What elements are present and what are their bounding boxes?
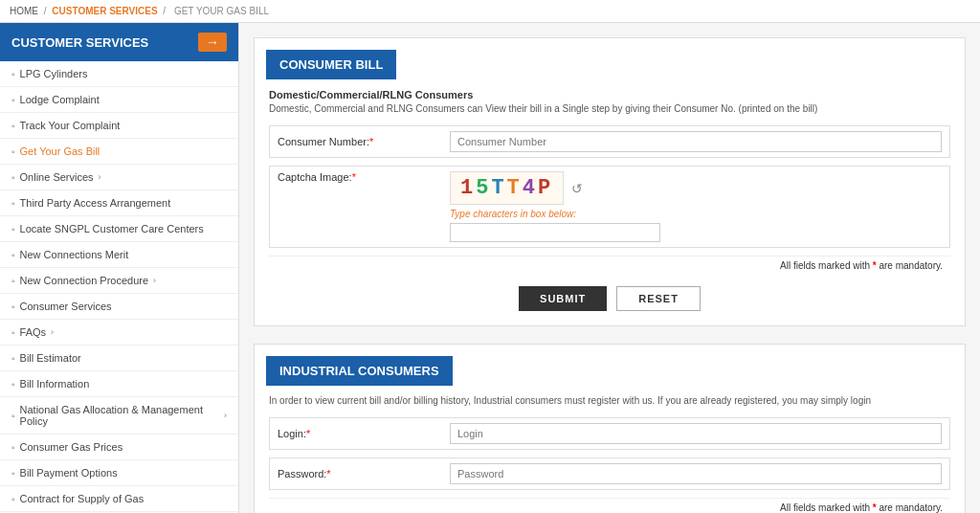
sidebar-item-label: Online Services bbox=[20, 171, 94, 183]
dot-icon: ◦ bbox=[11, 146, 15, 157]
sidebar-item-label: Consumer Gas Prices bbox=[20, 441, 123, 453]
sidebar-item-label: Bill Payment Options bbox=[20, 467, 118, 479]
sidebar-item-label: New Connections Merit bbox=[20, 249, 129, 260]
dot-icon: ◦ bbox=[11, 353, 15, 364]
consumer-number-label: Consumer Number:* bbox=[278, 136, 450, 147]
sidebar-item-label: Contract for Supply of Gas bbox=[20, 493, 145, 504]
password-input[interactable] bbox=[450, 463, 942, 484]
industrial-header: INDUSTRIAL CONSUMERS bbox=[266, 356, 453, 386]
sidebar-item-payment-options[interactable]: ◦ Bill Payment Options bbox=[0, 460, 238, 486]
dot-icon: ◦ bbox=[11, 276, 15, 286]
sidebar-item-label: Third Party Access Arrangement bbox=[20, 197, 171, 209]
login-label: Login:* bbox=[278, 428, 450, 439]
consumer-btn-row: SUBMIT RESET bbox=[269, 286, 950, 311]
sidebar-item-consumer-services[interactable]: ◦ Consumer Services bbox=[0, 294, 238, 320]
captcha-input[interactable] bbox=[450, 223, 660, 242]
captcha-label: Captcha Image:* bbox=[270, 167, 442, 247]
sidebar-item-label: Lodge Complaint bbox=[20, 94, 100, 105]
captcha-right: 15TT4P ↺ Type characters in box below: bbox=[442, 167, 949, 247]
dot-icon: ◦ bbox=[11, 250, 15, 260]
sidebar-item-online-services[interactable]: ◦ Online Services › bbox=[0, 165, 238, 190]
sidebar-arrow: → bbox=[198, 33, 227, 52]
captcha-image-row: 15TT4P ↺ bbox=[450, 171, 942, 205]
main-layout: CUSTOMER SERVICES → ◦ LPG Cylinders ◦ Lo… bbox=[0, 23, 980, 513]
consumer-mandatory-note: All fields marked with * are mandatory. bbox=[269, 256, 950, 275]
dot-icon: ◦ bbox=[11, 327, 15, 338]
captcha-hint: Type characters in box below: bbox=[450, 209, 942, 219]
password-label: Password:* bbox=[278, 468, 450, 480]
login-row: Login:* bbox=[269, 417, 950, 450]
consumer-bill-section: CONSUMER BILL Domestic/Commercial/RLNG C… bbox=[254, 37, 966, 326]
breadcrumb-customer-services[interactable]: CUSTOMER SERVICES bbox=[52, 6, 157, 16]
industrial-section: INDUSTRIAL CONSUMERS In order to view cu… bbox=[254, 344, 966, 513]
sidebar-item-connections-merit[interactable]: ◦ New Connections Merit bbox=[0, 242, 238, 268]
sidebar-item-national-gas[interactable]: ◦ National Gas Allocation & Management P… bbox=[0, 397, 238, 435]
sidebar-item-label: Bill Information bbox=[20, 378, 90, 390]
chevron-right-icon: › bbox=[153, 276, 156, 285]
chevron-right-icon: › bbox=[224, 411, 227, 420]
dot-icon: ◦ bbox=[11, 442, 15, 453]
chevron-right-icon: › bbox=[51, 327, 54, 337]
sidebar-item-contract-supply[interactable]: ◦ Contract for Supply of Gas bbox=[0, 486, 238, 512]
sidebar: CUSTOMER SERVICES → ◦ LPG Cylinders ◦ Lo… bbox=[0, 23, 239, 513]
sidebar-item-label: Bill Estimator bbox=[20, 352, 81, 364]
login-input[interactable] bbox=[450, 423, 942, 444]
consumer-reset-button[interactable]: RESET bbox=[616, 286, 701, 311]
dot-icon: ◦ bbox=[11, 494, 15, 504]
sidebar-item-label: Locate SNGPL Customer Care Centers bbox=[20, 223, 204, 234]
industrial-body: In order to view current bill and/or bil… bbox=[255, 386, 965, 513]
breadcrumb: HOME / CUSTOMER SERVICES / GET YOUR GAS … bbox=[0, 0, 980, 23]
sidebar-item-label: New Connection Procedure bbox=[20, 275, 149, 286]
sidebar-item-track[interactable]: ◦ Track Your Complaint bbox=[0, 113, 238, 139]
dot-icon: ◦ bbox=[11, 172, 15, 183]
breadcrumb-current: GET YOUR GAS BILL bbox=[174, 6, 269, 16]
captcha-refresh-icon[interactable]: ↺ bbox=[571, 181, 583, 196]
dot-icon: ◦ bbox=[11, 198, 15, 209]
sidebar-item-gas-bill[interactable]: ◦ Get Your Gas Bill bbox=[0, 139, 238, 165]
dot-icon: ◦ bbox=[11, 121, 15, 131]
consumer-bill-desc-title: Domestic/Commercial/RLNG Consumers bbox=[269, 89, 950, 100]
sidebar-title: CUSTOMER SERVICES bbox=[11, 35, 148, 50]
industrial-desc: In order to view current bill and/or bil… bbox=[269, 395, 950, 406]
dot-icon: ◦ bbox=[11, 224, 15, 234]
captcha-row: Captcha Image:* 15TT4P ↺ Type characters… bbox=[269, 166, 950, 248]
captcha-visual: 15TT4P bbox=[450, 171, 564, 205]
breadcrumb-home[interactable]: HOME bbox=[10, 6, 38, 16]
sidebar-item-label: FAQs bbox=[20, 326, 47, 338]
sidebar-item-third-party[interactable]: ◦ Third Party Access Arrangement bbox=[0, 190, 238, 216]
consumer-number-row: Consumer Number:* bbox=[269, 125, 950, 158]
consumer-submit-button[interactable]: SUBMIT bbox=[519, 286, 607, 311]
sidebar-header: CUSTOMER SERVICES → bbox=[0, 23, 238, 61]
main-content: CONSUMER BILL Domestic/Commercial/RLNG C… bbox=[239, 23, 980, 513]
sidebar-item-label: National Gas Allocation & Management Pol… bbox=[20, 404, 219, 427]
dot-icon: ◦ bbox=[11, 411, 15, 421]
consumer-bill-desc: Domestic, Commercial and RLNG Consumers … bbox=[269, 103, 950, 114]
consumer-bill-body: Domestic/Commercial/RLNG Consumers Domes… bbox=[255, 79, 965, 325]
sidebar-item-faqs[interactable]: ◦ FAQs › bbox=[0, 320, 238, 346]
consumer-number-input[interactable] bbox=[450, 131, 942, 152]
dot-icon: ◦ bbox=[11, 95, 15, 105]
sidebar-item-label: Get Your Gas Bill bbox=[20, 145, 100, 157]
dot-icon: ◦ bbox=[11, 301, 15, 312]
dot-icon: ◦ bbox=[11, 379, 15, 390]
sidebar-item-lodge[interactable]: ◦ Lodge Complaint bbox=[0, 87, 238, 113]
dot-icon: ◦ bbox=[11, 468, 15, 479]
sidebar-item-bill-estimator[interactable]: ◦ Bill Estimator bbox=[0, 346, 238, 371]
sidebar-item-locate[interactable]: ◦ Locate SNGPL Customer Care Centers bbox=[0, 216, 238, 242]
chevron-right-icon: › bbox=[99, 172, 101, 182]
sidebar-item-label: LPG Cylinders bbox=[20, 68, 88, 79]
sidebar-item-label: Track Your Complaint bbox=[20, 120, 121, 131]
sidebar-item-connection-procedure[interactable]: ◦ New Connection Procedure › bbox=[0, 268, 238, 294]
sidebar-item-bill-information[interactable]: ◦ Bill Information bbox=[0, 371, 238, 397]
consumer-bill-header: CONSUMER BILL bbox=[266, 50, 396, 79]
dot-icon: ◦ bbox=[11, 69, 15, 79]
sidebar-item-label: Consumer Services bbox=[20, 301, 112, 312]
sidebar-item-gas-prices[interactable]: ◦ Consumer Gas Prices bbox=[0, 435, 238, 460]
industrial-mandatory-note: All fields marked with * are mandatory. bbox=[269, 498, 950, 513]
password-row: Password:* bbox=[269, 457, 950, 490]
sidebar-item-lpg[interactable]: ◦ LPG Cylinders bbox=[0, 61, 238, 87]
